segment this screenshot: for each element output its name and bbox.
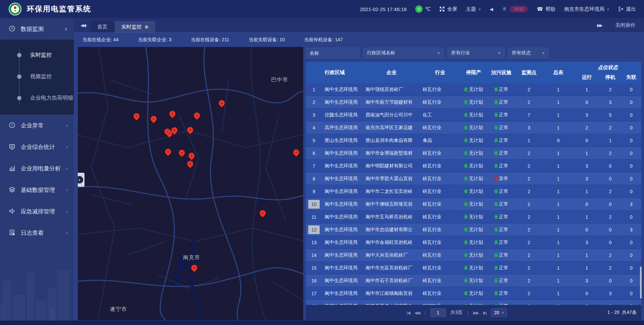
notification-count-badge: 2632 <box>509 6 528 12</box>
cell-facility-status: 正常 <box>487 188 516 195</box>
cell-rownum: 9 <box>306 187 322 196</box>
cell-industry: 砖瓦行业 <box>420 239 460 246</box>
cell-lost: 0 <box>621 189 641 194</box>
sidebar-item-enterprise-abnormal[interactable]: 企业异常‹ <box>0 115 74 136</box>
sidebar-item-video-monitor[interactable]: 视频监控 <box>0 66 74 87</box>
table-row[interactable]: 13阆中生态环境局阆中市金福旺页岩机砖砖瓦行业无计划正常21300 <box>306 236 641 249</box>
sidebar-item-log-view[interactable]: 日志查看‹ <box>0 222 74 243</box>
tab-close-icon[interactable]: ⊗ <box>145 24 149 30</box>
table-row[interactable]: 9阆中生态环境局阆中市二龙长宝页岩砖砖瓦行业无计划正常21120 <box>306 185 641 198</box>
tab-实时监控[interactable]: 实时监控⊗ <box>115 21 155 33</box>
table-row[interactable]: 7阆中生态环境局阆中明阳建材有限公司砖瓦行业无计划正常21300 <box>306 160 641 172</box>
status-select[interactable]: 所有状态 ∨ <box>508 48 548 58</box>
cell-run: 1 <box>574 265 599 271</box>
map-collapse-toggle[interactable]: ‹ <box>78 173 85 187</box>
status-dot-icon <box>464 151 468 155</box>
cell-lost: 0 <box>621 265 641 271</box>
cell-run: 0 <box>574 100 599 105</box>
cell-run: 2 <box>574 125 599 130</box>
sidebar-item-power-load-detail[interactable]: 企业电力负荷明细 <box>0 87 74 109</box>
status-dot-icon <box>494 291 498 295</box>
cell-region: 阆中生态环境局 <box>322 265 363 271</box>
chevron-down-icon: ∨ <box>501 311 504 314</box>
tabs-scroll-right-icon[interactable]: ▶▶ <box>597 23 602 28</box>
notification-widget[interactable]: 2632 <box>502 6 528 12</box>
col-region: 行政区域 <box>322 62 363 83</box>
city-label: 南充市 <box>183 254 200 261</box>
cell-region: 阆中生态环境局 <box>322 214 363 220</box>
status-dot-icon <box>464 176 468 181</box>
sidebar-item-base-data[interactable]: 基础数据管理‹ <box>0 179 74 201</box>
page-number-input[interactable]: 1 <box>430 308 446 317</box>
tab-首页[interactable]: 首页 <box>91 21 114 33</box>
logout-button[interactable]: 退出 <box>618 6 636 12</box>
table-row[interactable]: 2阆中生态环境局阆中市南方节能建材有砖瓦行业无计划正常21030 <box>306 96 641 109</box>
cell-lost: 0 <box>621 100 641 105</box>
sidebar-item-emergency-reduction[interactable]: 应急减排管理‹ <box>0 201 74 222</box>
table-row[interactable]: 16阆中生态环境局阆中市石子页岩机砖厂砖瓦行业无计划正常21300 <box>306 274 641 287</box>
table-row[interactable]: 8阆中生态环境局阆中市枣碧大梁山页岩砖瓦行业无计划异常21300 <box>306 172 641 185</box>
cell-company: 阆中市枣碧大梁山页岩 <box>363 176 420 182</box>
theme-dropdown[interactable]: 主题 ∨ <box>466 6 481 12</box>
cell-industry: 砖瓦行业 <box>420 201 460 207</box>
tabs-scroll-left-icon[interactable]: ◀◀ <box>74 23 91 28</box>
page-next-icon[interactable]: ▶▶ <box>473 310 478 315</box>
mute-button[interactable]: ◀ <box>490 7 493 12</box>
table-row[interactable]: 12阆中生态环境局阆中市忠信建材有限公砖瓦行业无计划正常21003 <box>306 223 641 236</box>
cell-lost: 0 <box>621 278 641 283</box>
map-panel[interactable]: 巴中市南充市遂宁市 ‹ <box>78 47 303 320</box>
cell-limit-status: 无计划 <box>460 239 487 246</box>
table-row[interactable]: 5营山生态环境局营山县润丰肉食品有限食品无计划正常10010 <box>306 134 641 147</box>
status-dot-icon <box>494 227 498 232</box>
table-row[interactable]: 18南部生态环境局南部县双佛水泥有限公建材加工无计划正常60060 <box>306 300 641 305</box>
org-dropdown[interactable]: 南充市生态环境局 ∨ <box>564 6 609 12</box>
cell-region: 阆中生态环境局 <box>322 278 363 284</box>
sidebar-item-realtime-monitor[interactable]: 实时监控 <box>0 44 74 66</box>
table-row[interactable]: 6阆中生态环境局阆中市金博瑞新型墙材砖瓦行业无计划正常21120 <box>306 147 641 160</box>
cell-meters: 1 <box>542 278 574 283</box>
fullscreen-button[interactable]: 全屏 <box>439 6 457 12</box>
cell-company: 阆中强锐页岩砖厂 <box>363 87 420 93</box>
table-scrollbar[interactable] <box>640 267 642 299</box>
cell-facility-status: 正常 <box>487 201 516 207</box>
table-header: 行政区域 企业 行业 停限产 治污设施 监测点 总表 点位状态 运行 停机 失联 <box>306 62 641 83</box>
cell-industry: 砖瓦行业 <box>420 125 460 131</box>
enterprise-panel: 行政区域名称 ∨ 所有行业 ∨ 所有状态 ∨ 行政区域 企业 行业 停限产 治污… <box>306 47 641 320</box>
sidebar-item-enterprise-statistics[interactable]: 企业综合统计‹ <box>0 136 74 158</box>
table-row[interactable]: 11阆中生态环境局阆中市五马桥页岩机砖砖瓦行业无计划正常21120 <box>306 211 641 223</box>
cell-points: 2 <box>516 227 542 232</box>
table-row[interactable]: 4高坪生态环境局南充市高坪区王家店建砖瓦行业无计划正常31220 <box>306 121 641 134</box>
page-size-select[interactable]: 20 ∨ <box>491 308 507 317</box>
page-last-icon[interactable]: ▶| <box>483 310 486 315</box>
cell-lost: 0 <box>621 112 641 118</box>
cell-limit-status: 无计划 <box>460 227 487 233</box>
cell-points: 1 <box>516 138 542 143</box>
page-prev-icon[interactable]: ◀◀ <box>414 310 420 315</box>
sidebar-submenu-data-monitor: 实时监控视频监控企业电力负荷明细 <box>0 40 74 115</box>
page-first-icon[interactable]: |◀ <box>407 310 410 315</box>
cell-limit-status: 无计划 <box>460 125 487 131</box>
cell-rownum: 3 <box>306 111 322 119</box>
industry-select[interactable]: 所有行业 ∨ <box>447 48 504 58</box>
status-dot-icon <box>494 138 498 143</box>
table-row[interactable]: 17阆中生态环境局阆中市江南镇阆南页岩砖瓦行业无计划正常21030 <box>306 287 641 300</box>
sidebar-item-power-analysis[interactable]: 企业用电量分析‹ <box>0 158 74 179</box>
cell-points: 2 <box>516 202 542 207</box>
table-row[interactable]: 3仪陇生态环境局西南油气田分公司川中化工无计划正常71350 <box>306 109 641 121</box>
table-row[interactable]: 15阆中生态环境局阆中市光富页岩机砖厂砖瓦行业无计划正常21120 <box>306 262 641 274</box>
cell-meters: 1 <box>542 189 574 194</box>
cell-limit-status: 无计划 <box>460 87 487 93</box>
status-dot-icon <box>494 202 498 206</box>
col-rownum <box>306 62 322 83</box>
table-row[interactable]: 14阆中生态环境局阆中大兴页岩机砖厂砖瓦行业无计划正常21120 <box>306 249 641 262</box>
table-row[interactable]: 10阆中生态环境局阆中千佛镇五郎垭页岩砖瓦行业无计划正常21003 <box>306 198 641 211</box>
table-row[interactable]: 1阆中生态环境局阆中强锐页岩砖厂砖瓦行业无计划正常21120 <box>306 83 641 96</box>
stats-bar: 当前在线企业:44当前失联企业:3当前在线设备:211当前失联设备:10当前停机… <box>74 33 644 47</box>
name-search-input[interactable] <box>306 48 360 58</box>
chevron-left-icon: ‹ <box>66 187 68 193</box>
close-operations-button[interactable]: 关闭操作 <box>615 22 635 29</box>
cell-company: 阆中市五马桥页岩机砖 <box>363 214 420 220</box>
region-select[interactable]: 行政区域名称 ∨ <box>363 48 444 58</box>
sidebar-item-data-monitor[interactable]: 数据监测∨ <box>0 18 74 40</box>
help-button[interactable]: ☎ 帮助 <box>537 6 555 12</box>
